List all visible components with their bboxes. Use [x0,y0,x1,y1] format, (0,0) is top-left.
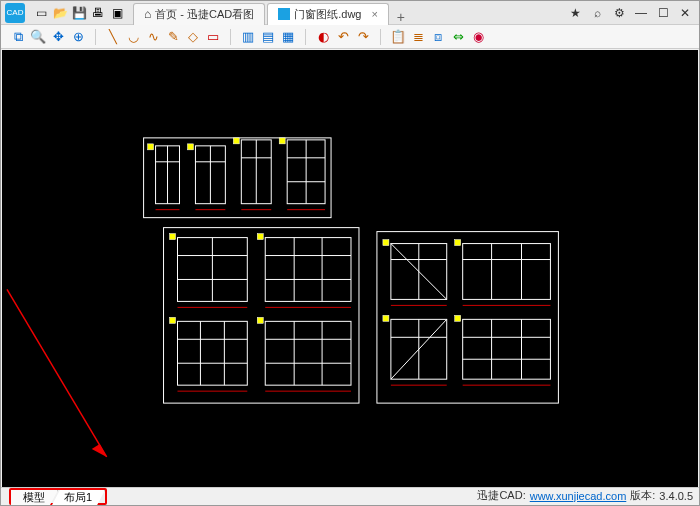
file-icon [278,8,290,20]
svg-rect-25 [170,234,176,240]
quick-access-toolbar: ▭ 📂 💾 🖶 ▣ [29,5,129,21]
brand-link[interactable]: www.xunjiecad.com [530,490,627,502]
pencil-icon[interactable]: ✎ [164,28,182,46]
svg-marker-1 [92,444,107,457]
highlight-icon[interactable]: ◐ [314,28,332,46]
maximize-button[interactable]: ☐ [655,5,671,21]
toolbar-group-misc: 📋 ≣ ⧈ ⇔ ◉ [385,28,491,46]
save-icon[interactable]: 💾 [71,5,87,21]
toolbar-group-nav: ⧉ 🔍 ✥ ⊕ [5,28,91,46]
tab-label: 首页 - 迅捷CAD看图 [155,7,254,22]
zoom-realtime-icon[interactable]: ⊕ [69,28,87,46]
pan-icon[interactable]: ✥ [49,28,67,46]
toolbar-group-edit: ◐ ↶ ↷ [310,28,376,46]
erase-icon[interactable]: ◇ [184,28,202,46]
cube-icon[interactable]: ⧈ [429,28,447,46]
version-label: 版本: [630,488,655,503]
new-icon[interactable]: ▭ [33,5,49,21]
svg-rect-53 [383,240,389,246]
export-icon[interactable]: ▣ [109,5,125,21]
layout-tabs: 模型 布局1 [9,488,107,505]
home-icon: ⌂ [144,7,151,21]
clipboard-icon[interactable]: 📋 [389,28,407,46]
line-icon[interactable]: ╲ [104,28,122,46]
svg-rect-59 [455,240,461,246]
tab-model[interactable]: 模型 [11,490,58,505]
app-window: CAD ▭ 📂 💾 🖶 ▣ ⌂ 首页 - 迅捷CAD看图 门窗图纸.dwg × … [0,0,700,506]
close-button[interactable]: ✕ [677,5,693,21]
rect-a-icon[interactable]: ▥ [239,28,257,46]
titlebar: CAD ▭ 📂 💾 🖶 ▣ ⌂ 首页 - 迅捷CAD看图 门窗图纸.dwg × … [1,1,699,25]
zoom-icon[interactable]: ⌕ [589,5,605,21]
arc-icon[interactable]: ◡ [124,28,142,46]
svg-rect-38 [170,317,176,323]
toolbar-separator [230,29,231,45]
svg-rect-31 [257,234,263,240]
toolbar-group-draw: ╲ ◡ ∿ ✎ ◇ ▭ [100,28,226,46]
settings-icon[interactable]: ⚙ [611,5,627,21]
svg-rect-3 [148,144,154,150]
palette-icon[interactable]: ◉ [469,28,487,46]
toolbar-separator [95,29,96,45]
zoom-window-icon[interactable]: ⧉ [9,28,27,46]
statusbar: 模型 布局1 迅捷CAD: www.xunjiecad.com 版本: 3.4.… [1,487,699,505]
dim-icon[interactable]: ⇔ [449,28,467,46]
tab-label: 门窗图纸.dwg [294,7,361,22]
toolbar-group-box: ▥ ▤ ▦ [235,28,301,46]
polyline-icon[interactable]: ∿ [144,28,162,46]
svg-rect-65 [383,315,389,321]
svg-rect-13 [233,138,239,144]
add-tab-button[interactable]: + [391,9,411,25]
version-value: 3.4.0.5 [659,490,693,502]
rect-b-icon[interactable]: ▤ [259,28,277,46]
close-tab-icon[interactable]: × [372,8,378,20]
svg-rect-45 [257,317,263,323]
minimize-button[interactable]: — [633,5,649,21]
brand-label: 迅捷CAD: [477,488,525,503]
toolbar-separator [380,29,381,45]
svg-rect-2 [144,138,331,218]
drawing-canvas[interactable] [2,50,698,487]
zoom-extents-icon[interactable]: 🔍 [29,28,47,46]
svg-rect-18 [279,138,285,144]
svg-rect-24 [164,228,359,403]
toolbar-separator [305,29,306,45]
window-controls: ★ ⌕ ⚙ — ☐ ✕ [561,5,699,21]
print-icon[interactable]: 🖶 [90,5,106,21]
status-text: 迅捷CAD: www.xunjiecad.com 版本: 3.4.0.5 [471,488,699,503]
app-logo: CAD [1,1,29,25]
main-toolbar: ⧉ 🔍 ✥ ⊕ ╲ ◡ ∿ ✎ ◇ ▭ ▥ ▤ ▦ ◐ ↶ ↷ 📋 ≣ [1,25,699,49]
rect-c-icon[interactable]: ▦ [279,28,297,46]
tab-home[interactable]: ⌂ 首页 - 迅捷CAD看图 [133,3,265,25]
tab-layout1[interactable]: 布局1 [52,490,105,505]
svg-rect-71 [455,315,461,321]
svg-line-0 [7,289,107,457]
bookmark-icon[interactable]: ★ [567,5,583,21]
open-icon[interactable]: 📂 [52,5,68,21]
undo-icon[interactable]: ↶ [334,28,352,46]
redo-icon[interactable]: ↷ [354,28,372,46]
layers-icon[interactable]: ≣ [409,28,427,46]
document-tabs: ⌂ 首页 - 迅捷CAD看图 门窗图纸.dwg × + [133,1,561,25]
tab-file[interactable]: 门窗图纸.dwg × [267,3,389,25]
svg-rect-8 [187,144,193,150]
color-icon[interactable]: ▭ [204,28,222,46]
